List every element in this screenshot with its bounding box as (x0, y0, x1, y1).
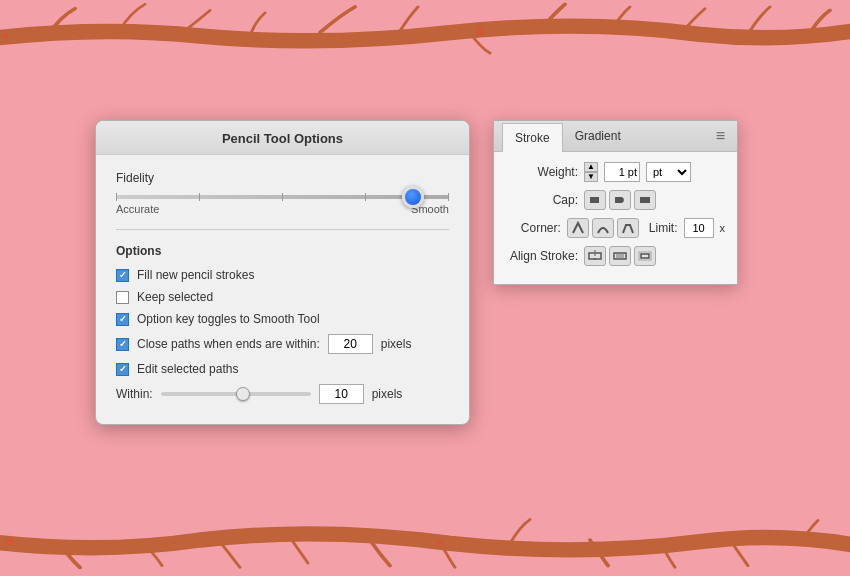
fidelity-thumb[interactable] (402, 186, 424, 208)
divider-1 (116, 229, 449, 230)
corner-bevel-button[interactable] (617, 218, 639, 238)
stroke-panel: Stroke Gradient ≡ Weight: ▲ ▼ pt px mm C… (493, 120, 738, 285)
edit-selected-label: Edit selected paths (137, 362, 238, 376)
keep-selected-checkbox[interactable] (116, 291, 129, 304)
branch-top (0, 0, 850, 60)
fidelity-slider-container (116, 195, 449, 199)
within-pixels: pixels (372, 387, 403, 401)
dialog-title: Pencil Tool Options (96, 121, 469, 155)
cap-square-button[interactable] (634, 190, 656, 210)
fill-new-pencil-label: Fill new pencil strokes (137, 268, 254, 282)
limit-unit: x (720, 222, 726, 234)
edit-selected-checkbox[interactable] (116, 363, 129, 376)
within-label: Within: (116, 387, 153, 401)
close-paths-input[interactable] (328, 334, 373, 354)
branch-bottom (0, 516, 850, 576)
within-row: Within: pixels (116, 384, 449, 404)
fidelity-track[interactable] (116, 195, 449, 199)
tab-gradient[interactable]: Gradient (563, 122, 633, 150)
edit-selected-row: Edit selected paths (116, 362, 449, 376)
fidelity-mark-4 (365, 193, 366, 201)
close-paths-checkbox[interactable] (116, 338, 129, 351)
stroke-panel-tabs: Stroke Gradient ≡ (494, 121, 737, 152)
within-track[interactable] (161, 392, 311, 396)
within-input[interactable] (319, 384, 364, 404)
keep-selected-row: Keep selected (116, 290, 449, 304)
corner-round-button[interactable] (592, 218, 614, 238)
pencil-tool-dialog: Pencil Tool Options Fidelity Accurate Sm… (95, 120, 470, 425)
cap-row: Cap: (506, 190, 725, 210)
align-stroke-row: Align Stroke: (506, 246, 725, 266)
fidelity-mark-1 (116, 193, 117, 201)
weight-label: Weight: (506, 165, 578, 179)
fidelity-labels: Accurate Smooth (116, 203, 449, 215)
tab-stroke[interactable]: Stroke (502, 123, 563, 152)
cap-buttons (584, 190, 656, 210)
svg-point-3 (437, 541, 443, 546)
svg-point-0 (476, 28, 484, 35)
align-center-button[interactable] (584, 246, 606, 266)
svg-rect-7 (640, 197, 650, 203)
svg-rect-12 (641, 254, 649, 258)
options-label: Options (116, 244, 449, 258)
fidelity-accurate-label: Accurate (116, 203, 159, 215)
svg-rect-6 (615, 197, 622, 203)
align-buttons (584, 246, 656, 266)
weight-stepper[interactable]: ▲ ▼ (584, 162, 598, 182)
corner-buttons (567, 218, 639, 238)
fill-new-pencil-row: Fill new pencil strokes (116, 268, 449, 282)
align-stroke-label: Align Stroke: (506, 249, 578, 263)
fill-new-pencil-checkbox[interactable] (116, 269, 129, 282)
fidelity-mark-2 (199, 193, 200, 201)
limit-input[interactable] (684, 218, 714, 238)
corner-row: Corner: Limit: (506, 218, 725, 238)
svg-rect-4 (590, 197, 598, 203)
keep-selected-label: Keep selected (137, 290, 213, 304)
close-paths-pixels: pixels (381, 337, 412, 351)
cap-butt-button[interactable] (584, 190, 606, 210)
cap-label: Cap: (506, 193, 578, 207)
fidelity-mark-5 (448, 193, 449, 201)
svg-rect-11 (616, 254, 624, 258)
within-thumb[interactable] (236, 387, 250, 401)
weight-up-button[interactable]: ▲ (584, 162, 598, 172)
cap-round-button[interactable] (609, 190, 631, 210)
corner-miter-button[interactable] (567, 218, 589, 238)
weight-input[interactable] (604, 162, 640, 182)
fidelity-label: Fidelity (116, 171, 449, 185)
svg-point-2 (6, 538, 14, 545)
option-key-checkbox[interactable] (116, 313, 129, 326)
fidelity-mark-3 (282, 193, 283, 201)
fidelity-track-marks (116, 193, 449, 201)
align-outside-button[interactable] (634, 246, 656, 266)
stroke-panel-body: Weight: ▲ ▼ pt px mm Cap: (494, 152, 737, 284)
limit-label: Limit: (649, 221, 678, 235)
close-paths-row: Close paths when ends are within: pixels (116, 334, 449, 354)
svg-point-1 (2, 33, 8, 38)
option-key-row: Option key toggles to Smooth Tool (116, 312, 449, 326)
align-inside-button[interactable] (609, 246, 631, 266)
weight-unit-select[interactable]: pt px mm (646, 162, 691, 182)
option-key-label: Option key toggles to Smooth Tool (137, 312, 320, 326)
close-paths-label: Close paths when ends are within: (137, 337, 320, 351)
weight-row: Weight: ▲ ▼ pt px mm (506, 162, 725, 182)
corner-label: Corner: (506, 221, 561, 235)
panel-menu-icon[interactable]: ≡ (712, 123, 729, 149)
weight-down-button[interactable]: ▼ (584, 172, 598, 182)
